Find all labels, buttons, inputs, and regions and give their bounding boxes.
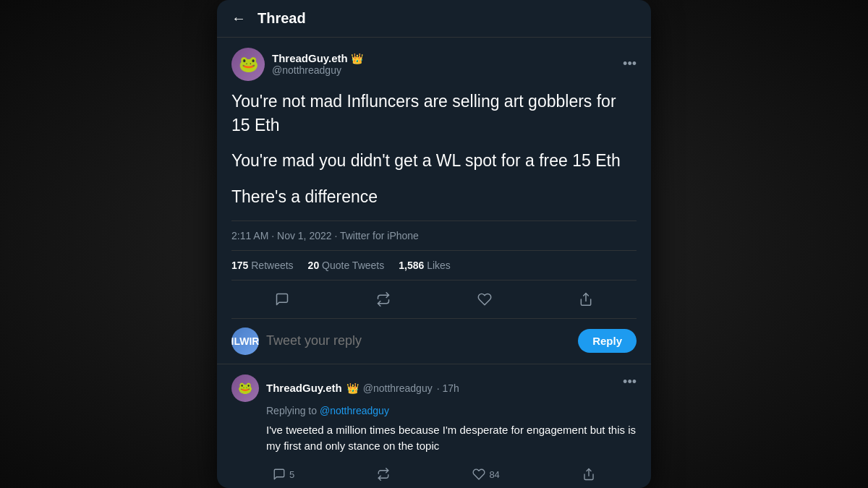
background: ← Thread 🐸 ThreadGuy.eth 👑 @notthreadguy… [0, 0, 868, 488]
comment-button[interactable] [263, 286, 301, 312]
retweet-icon [376, 292, 391, 307]
reply-name-row: ThreadGuy.eth 👑 @notthreadguy · 17h [266, 382, 459, 394]
reply-author-handle: @notthreadguy [363, 382, 433, 394]
reply-share-button[interactable] [574, 465, 604, 484]
replying-to-handle-link[interactable]: @notthreadguy [320, 405, 389, 416]
quote-stat[interactable]: 20 Quote Tweets [308, 260, 385, 271]
heart-icon [477, 292, 492, 307]
crown-icon: 👑 [351, 53, 363, 64]
reply-input-area: ILWIR Reply [217, 319, 651, 364]
retweet-stat[interactable]: 175 Retweets [231, 260, 294, 271]
replying-to-label: Replying to @notthreadguy [266, 405, 637, 416]
share-button[interactable] [567, 286, 605, 312]
tweet-actions [231, 281, 637, 319]
comment-icon [275, 292, 289, 307]
back-button[interactable]: ← [231, 10, 246, 27]
author-row: 🐸 ThreadGuy.eth 👑 @notthreadguy ••• [231, 48, 637, 81]
reply-author-info: 🐸 ThreadGuy.eth 👑 @notthreadguy · 17h [231, 374, 459, 402]
reply-comment-count: 5 [289, 469, 294, 480]
reply-retweet-icon [377, 468, 390, 481]
reply-button[interactable]: Reply [578, 329, 637, 353]
tweet-meta: 2:11 AM · Nov 1, 2022 · Twitter for iPho… [231, 221, 637, 251]
reply-like-button[interactable]: 84 [464, 465, 508, 484]
reply-like-count: 84 [489, 469, 499, 480]
likes-stat[interactable]: 1,586 Likes [399, 260, 451, 271]
user-avatar: ILWIR [231, 328, 259, 355]
reply-avatar: 🐸 [231, 374, 259, 402]
reply-heart-icon [472, 468, 485, 481]
author-info: 🐸 ThreadGuy.eth 👑 @notthreadguy [231, 48, 363, 81]
tweet-stats: 175 Retweets 20 Quote Tweets 1,586 Likes [231, 251, 637, 281]
reply-text-input[interactable] [266, 333, 571, 348]
reply-comment-icon [273, 468, 286, 481]
reply-tweet: 🐸 ThreadGuy.eth 👑 @notthreadguy · 17h ••… [217, 364, 651, 488]
reply-tweet-actions: 5 84 [231, 461, 637, 488]
main-tweet: 🐸 ThreadGuy.eth 👑 @notthreadguy ••• You'… [217, 38, 651, 319]
tweet-line-2: You're mad you didn't get a WL spot for … [231, 149, 637, 173]
like-button[interactable] [466, 286, 503, 312]
tweet-line-3: There's a difference [231, 185, 637, 209]
tweet-line-1: You're not mad Influncers are selling ar… [231, 90, 637, 138]
avatar: 🐸 [231, 48, 265, 81]
reply-crown-icon: 👑 [346, 382, 359, 394]
tweet-body: You're not mad Influncers are selling ar… [231, 90, 637, 209]
more-options-button[interactable]: ••• [623, 56, 637, 72]
page-title: Thread [258, 10, 306, 27]
thread-header: ← Thread [217, 0, 651, 38]
author-handle: @notthreadguy [272, 64, 363, 76]
reply-comment-button[interactable]: 5 [264, 465, 303, 484]
share-icon [579, 292, 593, 307]
reply-retweet-button[interactable] [368, 465, 399, 484]
reply-more-options-button[interactable]: ••• [623, 374, 637, 390]
reply-tweet-body: I've tweeted a million times because I'm… [266, 422, 637, 454]
reply-time: · 17h [437, 382, 459, 394]
reply-author-name: ThreadGuy.eth [266, 382, 342, 394]
retweet-button[interactable] [365, 286, 402, 312]
thread-card: ← Thread 🐸 ThreadGuy.eth 👑 @notthreadguy… [217, 0, 651, 488]
reply-tweet-header: 🐸 ThreadGuy.eth 👑 @notthreadguy · 17h ••… [231, 374, 637, 402]
reply-share-icon [582, 468, 595, 481]
author-name: ThreadGuy.eth [272, 52, 348, 64]
